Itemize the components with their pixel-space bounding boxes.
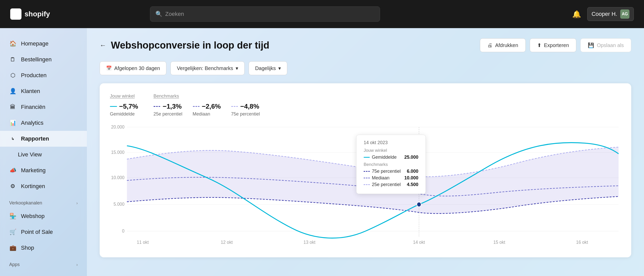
- tooltip-75e-row: 75e percentiel 6.000: [364, 169, 418, 174]
- sidebar-item-kortingen[interactable]: ⚙ Kortingen: [0, 178, 87, 194]
- sales-channels-label: Verkoopkanalen: [9, 200, 42, 206]
- sidebar-item-marketing[interactable]: 📣 Marketing: [0, 163, 87, 178]
- benchmarks-label: Benchmarks: [153, 94, 260, 99]
- sidebar-label-producten: Producten: [21, 72, 47, 79]
- orders-icon: 🗒: [9, 56, 16, 63]
- tooltip-dash-dark-icon: [364, 171, 370, 172]
- cyan-line-icon: [110, 106, 117, 107]
- tooltip-dash-light-icon: [364, 184, 370, 185]
- main-content: ← Webshopconversie in loop der tijd 🖨 Af…: [87, 28, 644, 276]
- apps-label: Apps: [9, 262, 20, 267]
- chevron-right-icon-apps[interactable]: ›: [76, 262, 78, 267]
- legend-gemiddelde-label: Gemiddelde: [110, 111, 138, 117]
- sidebar-item-webshop[interactable]: 🏪 Webshop: [0, 208, 87, 224]
- tooltip-date: 14 okt 2023: [364, 140, 418, 145]
- svg-text:16 okt: 16 okt: [576, 240, 588, 245]
- chart-tooltip: 14 okt 2023 Jouw winkel Gemiddelde 25.00…: [356, 135, 426, 194]
- webshop-icon: 🏪: [9, 213, 16, 220]
- period-filter-label: Afgelopen 30 dagen: [114, 65, 160, 71]
- svg-text:11 okt: 11 okt: [137, 240, 149, 245]
- compare-filter-button[interactable]: Vergelijken: Benchmarks ▾: [170, 61, 245, 75]
- home-icon: 🏠: [9, 40, 16, 47]
- search-bar[interactable]: 🔍 Zoeken: [150, 6, 380, 22]
- topnav-right: 🔔 Cooper H. AG: [572, 7, 634, 21]
- sidebar-label-webshop: Webshop: [21, 213, 45, 220]
- avatar: AG: [620, 9, 629, 19]
- svg-text:5.000: 5.000: [113, 202, 124, 207]
- main-layout: 🏠 Homepage 🗒 Bestellingen ⬡ Producten 👤 …: [0, 28, 644, 276]
- period-filter-button[interactable]: 📅 Afgelopen 30 dagen: [100, 61, 166, 75]
- dash-med-icon: [193, 106, 200, 107]
- logo-text: shopify: [25, 10, 50, 18]
- tooltip-gemiddelde-row: Gemiddelde 25.000: [364, 155, 418, 160]
- shopify-icon: 🛍: [10, 8, 21, 20]
- save-as-button[interactable]: 💾 Opslaan als: [580, 38, 631, 52]
- search-placeholder: Zoeken: [165, 11, 184, 17]
- chart-card: Jouw winkel −5,7% Gemiddelde Benchmarks …: [100, 83, 631, 257]
- svg-text:15.000: 15.000: [111, 150, 124, 155]
- dash-dark-icon: [153, 106, 160, 107]
- sidebar-label-klanten: Klanten: [21, 88, 40, 95]
- tooltip-mediaan-value: 10.000: [404, 175, 418, 181]
- sidebar-item-producten[interactable]: ⬡ Producten: [0, 67, 87, 83]
- tooltip-mediaan-label: Mediaan: [372, 175, 389, 181]
- sidebar-label-financien: Financiën: [21, 104, 45, 110]
- chevron-right-icon[interactable]: ›: [76, 201, 78, 205]
- page-header-left: ← Webshopconversie in loop der tijd: [100, 40, 269, 51]
- export-button[interactable]: ⬆ Exporteren: [530, 38, 577, 52]
- sidebar-item-analytics[interactable]: 📊 Analytics: [0, 115, 87, 131]
- sidebar-item-live-view[interactable]: Live View: [0, 147, 87, 163]
- marketing-icon: 📣: [9, 167, 16, 174]
- save-as-label: Opslaan als: [597, 42, 624, 48]
- calendar-icon: 📅: [106, 65, 112, 71]
- dash-light-icon: [231, 106, 238, 107]
- print-button[interactable]: 🖨 Afdrukken: [480, 38, 525, 52]
- notification-bell-icon[interactable]: 🔔: [572, 10, 581, 18]
- svg-text:20.000: 20.000: [111, 124, 124, 130]
- sidebar-item-point-of-sale[interactable]: 🛒 Point of Sale: [0, 224, 87, 240]
- sidebar-item-shop[interactable]: 💼 Shop: [0, 240, 87, 256]
- compare-filter-label: Vergelijken: Benchmarks: [177, 65, 233, 71]
- sidebar-label-analytics: Analytics: [21, 120, 43, 126]
- sidebar-item-bestellingen[interactable]: 🗒 Bestellingen: [0, 52, 87, 67]
- search-icon: 🔍: [155, 11, 162, 17]
- legend-mediaan-label: Mediaan: [193, 111, 221, 117]
- filters-row: 📅 Afgelopen 30 dagen Vergelijken: Benchm…: [100, 61, 631, 75]
- sidebar-item-homepage[interactable]: 🏠 Homepage: [0, 36, 87, 52]
- sidebar-item-rapporten[interactable]: ↳ Rapporten: [0, 131, 87, 147]
- sidebar-item-financien[interactable]: 🏛 Financiën: [0, 99, 87, 115]
- tooltip-cyan-icon: [364, 157, 370, 158]
- legend-gemiddelde-value: −5,7%: [110, 102, 138, 110]
- svg-text:12 okt: 12 okt: [221, 240, 233, 245]
- legend-75e-label: 75e percentiel: [231, 111, 260, 117]
- sidebar-label-live-view: Live View: [18, 151, 42, 158]
- legend-row: Jouw winkel −5,7% Gemiddelde Benchmarks …: [110, 94, 621, 117]
- svg-text:0: 0: [122, 228, 125, 234]
- interval-filter-button[interactable]: Dagelijks ▾: [249, 61, 287, 75]
- tooltip-benchmarks-label: Benchmarks: [364, 162, 418, 167]
- tooltip-mediaan-row: Mediaan 10.000: [364, 175, 418, 181]
- sidebar-label-rapporten: Rapporten: [21, 135, 49, 142]
- interval-filter-label: Dagelijks: [255, 65, 276, 71]
- tooltip-gemiddelde-label: Gemiddelde: [372, 155, 397, 160]
- customers-icon: 👤: [9, 88, 16, 95]
- user-menu-button[interactable]: Cooper H. AG: [587, 7, 634, 21]
- tooltip-25e-value: 4.500: [407, 182, 418, 187]
- sidebar-label-shop: Shop: [21, 245, 34, 251]
- sidebar-item-klanten[interactable]: 👤 Klanten: [0, 83, 87, 99]
- sales-channels-section: Verkoopkanalen ›: [0, 194, 87, 208]
- svg-text:15 okt: 15 okt: [493, 240, 505, 245]
- user-name: Cooper H.: [592, 11, 617, 17]
- logo[interactable]: 🛍 shopify: [10, 8, 50, 20]
- back-button[interactable]: ←: [100, 41, 106, 49]
- legend-25e: −1,3% 25e percentiel: [153, 102, 182, 117]
- sidebar-label-marketing: Marketing: [21, 167, 46, 174]
- apps-section: Apps ›: [0, 256, 87, 270]
- tooltip-dash-med-icon: [364, 178, 370, 178]
- chevron-down-icon-interval: ▾: [278, 65, 281, 71]
- export-icon: ⬆: [537, 42, 542, 48]
- tooltip-75e-value: 6.000: [407, 169, 418, 174]
- sidebar: 🏠 Homepage 🗒 Bestellingen ⬡ Producten 👤 …: [0, 28, 87, 276]
- legend-25e-label: 25e percentiel: [153, 111, 182, 117]
- tooltip-25e-label: 25e percentiel: [372, 182, 401, 187]
